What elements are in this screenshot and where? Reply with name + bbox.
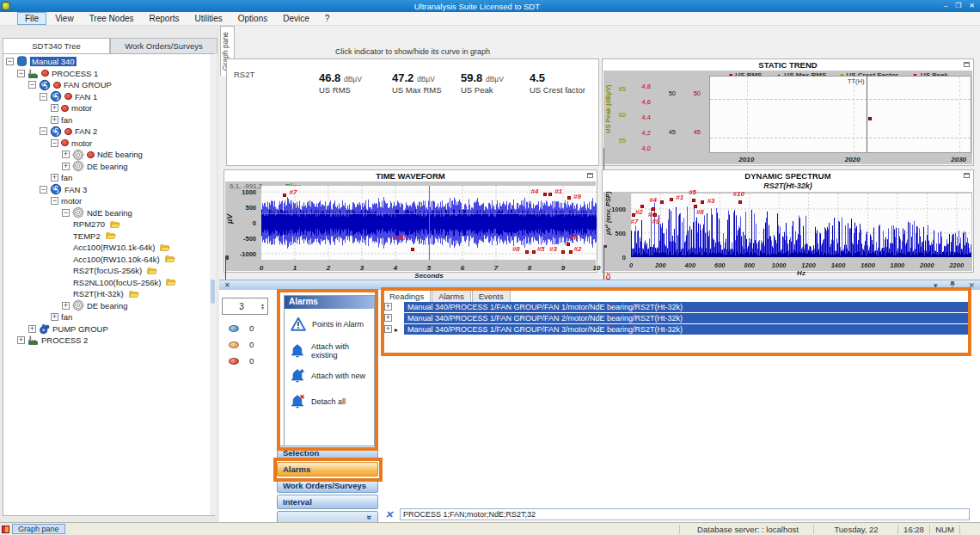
dynamic-spectrum-chart[interactable]: RS2T(Ht-32k)µV² (env, PSP)05001000020040… bbox=[603, 181, 972, 271]
tree-item-pump-group[interactable]: +PUMP GROUP bbox=[28, 323, 108, 335]
collapse-icon[interactable]: − bbox=[6, 58, 14, 65]
expand-icon[interactable]: + bbox=[51, 313, 58, 321]
accordion-tab-work-orders-surveys[interactable]: Work Orders/Surveys bbox=[277, 478, 378, 493]
tree-item-process-1[interactable]: −PROCESS 1 bbox=[17, 68, 98, 79]
tree-item-acc100-rw10-10k-64k-[interactable]: Acc100(RW10.10k-64k) bbox=[73, 254, 176, 265]
tree-item-manual-340[interactable]: −Manual 340 bbox=[6, 56, 77, 67]
tree-item-motor[interactable]: +motor bbox=[51, 102, 92, 114]
filter-input[interactable] bbox=[400, 508, 970, 520]
tab-work-orders-surveys[interactable]: Work Orders/Surveys bbox=[110, 38, 217, 53]
collapse-icon[interactable]: − bbox=[17, 70, 25, 77]
indicator-value-us-peak[interactable]: 59.8 dBµVUS Peak bbox=[461, 71, 504, 95]
menu-utilities[interactable]: Utilities bbox=[188, 13, 230, 24]
accordion-tab-alarms[interactable]: Alarms bbox=[277, 462, 378, 477]
pane-pin-icon[interactable] bbox=[949, 280, 956, 290]
expand-icon[interactable]: + bbox=[17, 336, 25, 344]
indicator-value-us-crest-factor[interactable]: 4.5 US Crest factor bbox=[530, 71, 585, 95]
row-expander-icon[interactable]: + bbox=[384, 314, 392, 322]
expand-icon[interactable]: + bbox=[51, 116, 58, 124]
spectrum-canvas[interactable] bbox=[631, 194, 971, 257]
alarm-action-attach-with-new[interactable]: Attach with new bbox=[290, 368, 365, 384]
alarm-action-detach-all[interactable]: Detach all bbox=[290, 394, 346, 409]
pane-dropdown-icon[interactable]: ▾ bbox=[934, 281, 938, 290]
collapse-icon[interactable]: − bbox=[62, 209, 70, 217]
maximize-panel-icon[interactable] bbox=[964, 62, 970, 67]
collapse-icon[interactable]: − bbox=[28, 81, 36, 89]
close-button[interactable]: ✕ bbox=[969, 2, 975, 10]
pane-close-icon[interactable]: ✕ bbox=[224, 281, 230, 289]
tree-item-fan[interactable]: +fan bbox=[51, 172, 72, 183]
tree-item-fan[interactable]: +fan bbox=[51, 114, 72, 126]
tree-item-temp2[interactable]: TEMP2 bbox=[73, 231, 117, 242]
accordion-tab-selection[interactable]: Selection bbox=[277, 446, 378, 460]
collapse-icon[interactable]: − bbox=[51, 139, 58, 147]
alarm-count-stepper[interactable]: 3 ▲▼ bbox=[222, 298, 268, 315]
accordion-tab-interval[interactable]: Interval bbox=[277, 495, 378, 509]
maximize-panel-icon[interactable] bbox=[587, 173, 593, 178]
time-waveform-chart[interactable]: 6,1, -991,3PlayµV10005000-500-1000012345… bbox=[225, 181, 596, 271]
readings-tab-events[interactable]: Events bbox=[472, 290, 511, 302]
tree-item-fan-1[interactable]: −FAN 1 bbox=[40, 91, 97, 102]
tree-scrollbar-thumb[interactable] bbox=[211, 280, 215, 304]
tree-item-nde-bearing[interactable]: −NdE bearing bbox=[62, 207, 132, 218]
tree-item-rs2nl100-focus-256k-[interactable]: RS2NL100(focUS-256k) bbox=[73, 277, 177, 288]
tree-item-nde-bearing[interactable]: +NdE bearing bbox=[62, 149, 143, 160]
chart-cursor[interactable] bbox=[867, 77, 867, 152]
menu-file[interactable]: File bbox=[17, 12, 46, 25]
expand-icon[interactable]: + bbox=[62, 151, 70, 158]
tree-item-de-bearing[interactable]: +DE bearing bbox=[62, 300, 128, 311]
row-expander-icon[interactable]: + bbox=[384, 325, 392, 333]
collapse-icon[interactable]: − bbox=[40, 93, 47, 101]
indicator-value-us-max-rms[interactable]: 47.2 dBµVUS Max RMS bbox=[392, 71, 442, 95]
readings-tab-alarms[interactable]: Alarms bbox=[432, 290, 471, 302]
tree-item-rs2t-ht-32k-[interactable]: RS2T(Ht-32k) bbox=[73, 288, 140, 299]
menu-tree-nodes[interactable]: Tree Nodes bbox=[83, 13, 141, 24]
tree-item-de-bearing[interactable]: +DE bearing bbox=[62, 161, 128, 172]
menu-device[interactable]: Device bbox=[276, 13, 316, 24]
static-trend-plot[interactable]: TT(H) bbox=[709, 76, 971, 153]
expand-icon[interactable]: + bbox=[62, 163, 70, 170]
stepper-arrows-icon[interactable]: ▲▼ bbox=[260, 303, 265, 310]
waveform-canvas[interactable] bbox=[261, 186, 597, 260]
alarm-action-points-in-alarm[interactable]: Points in Alarm bbox=[290, 317, 364, 332]
menu-reports[interactable]: Reports bbox=[143, 13, 187, 24]
clear-filter-icon[interactable]: ✕ bbox=[385, 509, 393, 520]
reading-row[interactable]: Manual 340/PROCESS 1/FAN GROUP/FAN 2/mot… bbox=[404, 313, 968, 323]
chevron-expand-icon[interactable]: » bbox=[365, 515, 375, 520]
reading-row[interactable]: Manual 340/PROCESS 1/FAN GROUP/FAN 1/mot… bbox=[404, 302, 968, 312]
restore-button[interactable]: ❐ bbox=[955, 2, 961, 10]
chart-marker bbox=[411, 248, 414, 251]
tree-item-fan-3[interactable]: −FAN 3 bbox=[40, 184, 87, 195]
tree-item-motor[interactable]: −motor bbox=[51, 195, 82, 206]
indicator-panel[interactable]: RS2T 46.8 dBµVUS RMS47.2 dBµVUS Max RMS5… bbox=[226, 58, 599, 166]
tree-item-acc100-rw10-1k-64k-[interactable]: Acc100(RW10.1k-64k) bbox=[73, 242, 171, 253]
tree-item-fan-group[interactable]: −FAN GROUP bbox=[28, 79, 112, 90]
static-trend-chart[interactable]: ■US RMS▲US Max RMS■US Crest Factor▼US Pe… bbox=[603, 71, 972, 164]
expand-icon[interactable]: + bbox=[28, 325, 36, 333]
expand-icon[interactable]: + bbox=[51, 174, 58, 181]
minimize-button[interactable]: – bbox=[944, 2, 947, 10]
menu-options[interactable]: Options bbox=[231, 13, 274, 24]
collapse-icon[interactable]: − bbox=[51, 197, 58, 205]
alarm-action-attach-with-existing[interactable]: Attach with existing bbox=[290, 342, 374, 360]
tree-item-process-2[interactable]: +PROCESS 2 bbox=[17, 335, 88, 346]
tree-item-motor[interactable]: −motor bbox=[51, 138, 92, 149]
status-graph-pane-tab[interactable]: Graph pane bbox=[2, 524, 65, 534]
collapse-icon[interactable]: − bbox=[40, 127, 47, 135]
expand-icon[interactable]: + bbox=[62, 302, 70, 310]
tab-sdt340-tree[interactable]: SDT340 Tree bbox=[3, 38, 110, 53]
tree-item-fan[interactable]: +fan bbox=[51, 311, 72, 323]
menu-?[interactable]: ? bbox=[318, 13, 337, 24]
row-expander-icon[interactable]: + bbox=[384, 303, 392, 311]
menu-view[interactable]: View bbox=[48, 13, 81, 24]
tree-item-rs2t-focus-256k-[interactable]: RS2T(focUS-256k) bbox=[73, 265, 158, 276]
maximize-panel-icon[interactable] bbox=[964, 173, 970, 178]
pane-close-icon[interactable]: ✕ bbox=[968, 281, 975, 290]
tree-item-fan-2[interactable]: −FAN 2 bbox=[40, 126, 97, 137]
reading-row[interactable]: Manual 340/PROCESS 1/FAN GROUP/FAN 3/mot… bbox=[404, 324, 968, 335]
indicator-value-us-rms[interactable]: 46.8 dBµVUS RMS bbox=[319, 71, 362, 95]
tree-item-rpm270[interactable]: RPM270 bbox=[73, 218, 121, 230]
expand-icon[interactable]: + bbox=[51, 104, 58, 112]
collapse-icon[interactable]: − bbox=[40, 186, 47, 194]
readings-tab-readings[interactable]: Readings bbox=[383, 290, 431, 302]
